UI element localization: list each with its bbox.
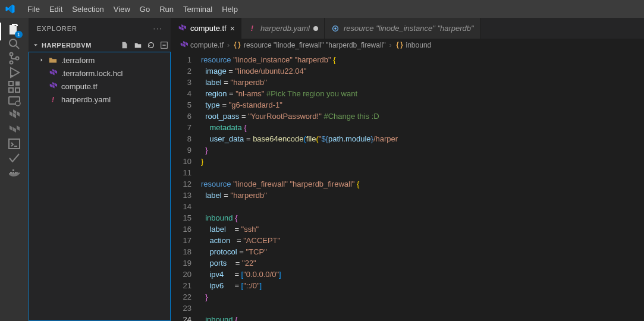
sidebar-more-icon[interactable]: ···	[153, 25, 162, 32]
line-number: 17	[171, 235, 191, 246]
yaml-file-icon: !	[48, 95, 58, 104]
refresh-icon[interactable]	[147, 41, 155, 49]
code-line[interactable]: protocol = "TCP"	[201, 246, 644, 257]
symbol-icon	[331, 24, 340, 33]
svg-rect-15	[12, 169, 14, 171]
vscode-logo-icon	[5, 4, 15, 14]
sidebar-title: EXPLORER	[37, 25, 77, 32]
chevron-right-icon	[39, 57, 45, 63]
menu-item-selection[interactable]: Selection	[67, 2, 108, 16]
editor-tab[interactable]: resource "linode_instance" "harperdb"	[325, 18, 480, 39]
code-line[interactable]: metadata {	[201, 122, 644, 133]
tree-file[interactable]: compute.tf	[29, 80, 170, 93]
svg-point-3	[16, 57, 19, 60]
svg-point-18	[334, 27, 337, 30]
line-number: 23	[171, 303, 191, 314]
console-icon[interactable]	[7, 137, 21, 151]
terraform-alt-icon[interactable]	[7, 122, 21, 137]
tab-bar: compute.tf×!harperdb.yamlresource "linod…	[171, 18, 644, 39]
breadcrumb-label[interactable]: compute.tf	[190, 41, 224, 49]
check-icon[interactable]	[7, 151, 21, 165]
sidebar-explorer: EXPLORER ··· HARPERDBVM .terraform.terra…	[29, 18, 171, 321]
line-number: 15	[171, 212, 191, 224]
code-line[interactable]	[201, 303, 644, 314]
line-number: 7	[171, 122, 191, 133]
activity-bar: 1	[0, 18, 29, 321]
line-number: 22	[171, 291, 191, 303]
terraform-file-icon	[180, 41, 188, 49]
editor-group: compute.tf×!harperdb.yamlresource "linod…	[171, 18, 644, 321]
code-line[interactable]: ports = "22"	[201, 257, 644, 269]
editor-tab[interactable]: !harperdb.yaml	[241, 18, 325, 39]
menu-item-file[interactable]: File	[23, 2, 45, 16]
line-number: 8	[171, 133, 191, 144]
code-line[interactable]: label = "ssh"	[201, 224, 644, 235]
breadcrumb-label[interactable]: inbound	[406, 41, 432, 49]
tree-folder[interactable]: .terraform	[29, 54, 170, 67]
menu-item-go[interactable]: Go	[135, 2, 155, 16]
code-line[interactable]: image = "linode/ubuntu22.04"	[201, 65, 644, 77]
line-number: 16	[171, 224, 191, 235]
svg-point-2	[10, 61, 13, 64]
code-line[interactable]: ipv4 = ["0.0.0.0/0"]	[201, 269, 644, 280]
editor-tab[interactable]: compute.tf×	[171, 18, 241, 39]
run-debug-icon[interactable]	[7, 65, 21, 80]
code-line[interactable]	[201, 167, 644, 178]
code-line[interactable]: inbound {	[201, 212, 644, 224]
remote-explorer-icon[interactable]	[7, 94, 21, 108]
line-number: 12	[171, 178, 191, 190]
menu-item-run[interactable]: Run	[155, 2, 178, 16]
code-line[interactable]: action = "ACCEPT"	[201, 235, 644, 246]
code-editor[interactable]: 123456789101112131415161718192021222324 …	[171, 52, 644, 321]
code-line[interactable]: resource "linode_instance" "harperdb" {	[201, 54, 644, 65]
code-line[interactable]: }	[201, 291, 644, 303]
code-line[interactable]: type = "g6-standard-1"	[201, 99, 644, 111]
code-line[interactable]: root_pass = "YourRootPassword!" #Change …	[201, 111, 644, 122]
files-icon[interactable]: 1	[7, 23, 21, 37]
code-line[interactable]: user_data = base64encode(file("${path.mo…	[201, 133, 644, 144]
code-line[interactable]: ipv6 = ["::/0"]	[201, 280, 644, 291]
symbol-namespace-icon	[395, 41, 404, 49]
docker-icon[interactable]	[7, 165, 21, 180]
code-line[interactable]: label = "harperdb"	[201, 190, 644, 201]
code-line[interactable]: region = "nl-ams" #Pick The region you w…	[201, 88, 644, 99]
code-line[interactable]	[201, 201, 644, 212]
modified-dot-icon	[313, 26, 318, 31]
svg-point-1	[10, 53, 13, 56]
code-line[interactable]: resource "linode_firewall" "harperdb_fir…	[201, 178, 644, 190]
breadcrumb-label[interactable]: resource "linode_firewall" "harperdb_fir…	[244, 41, 386, 49]
code-line[interactable]: label = "harperdb"	[201, 77, 644, 88]
new-file-icon[interactable]	[121, 41, 129, 49]
tree-item-label: .terraform	[61, 56, 95, 65]
collapse-icon[interactable]	[160, 41, 168, 49]
chevron-right-icon: ›	[389, 41, 392, 49]
line-number: 14	[171, 201, 191, 212]
code-line[interactable]: inbound {	[201, 314, 644, 321]
terraform-icon[interactable]	[7, 108, 21, 122]
menu-item-edit[interactable]: Edit	[45, 2, 67, 16]
terraform-file-icon	[48, 81, 58, 91]
code-lines[interactable]: resource "linode_instance" "harperdb" { …	[199, 52, 644, 321]
activity-active-indicator	[0, 23, 1, 40]
close-icon[interactable]: ×	[230, 24, 235, 33]
svg-rect-7	[15, 88, 20, 92]
breadcrumbs[interactable]: compute.tf› resource "linode_firewall" "…	[171, 39, 644, 52]
code-line[interactable]: }	[201, 156, 644, 167]
new-folder-icon[interactable]	[134, 41, 142, 49]
workspace-folder-header[interactable]: HARPERDBVM	[29, 39, 171, 52]
tree-file[interactable]: .terraform.lock.hcl	[29, 67, 170, 80]
terraform-file-icon	[48, 68, 58, 78]
extensions-icon[interactable]	[7, 80, 21, 94]
search-icon[interactable]	[7, 37, 21, 51]
menu-item-view[interactable]: View	[109, 2, 135, 16]
line-number: 11	[171, 167, 191, 178]
line-number: 13	[171, 190, 191, 201]
tree-file[interactable]: !harperdb.yaml	[29, 93, 170, 106]
line-number: 20	[171, 269, 191, 280]
source-control-icon[interactable]	[7, 51, 21, 65]
code-line[interactable]: }	[201, 144, 644, 156]
menu-item-help[interactable]: Help	[217, 2, 243, 16]
svg-rect-11	[9, 139, 20, 149]
line-number: 19	[171, 257, 191, 269]
menu-item-terminal[interactable]: Terminal	[178, 2, 217, 16]
